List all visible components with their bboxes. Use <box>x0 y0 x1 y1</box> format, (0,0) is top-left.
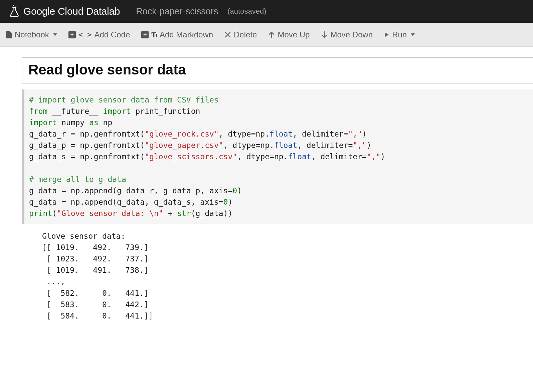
brand-text: Google Cloud Datalab <box>23 6 120 17</box>
flask-icon <box>9 4 19 18</box>
app-header: Google Cloud Datalab Rock-paper-scissors… <box>0 0 533 23</box>
svg-point-1 <box>15 6 16 7</box>
close-icon <box>224 31 231 38</box>
notebook-icon <box>6 31 12 38</box>
notebook-title[interactable]: Rock-paper-scissors <box>136 6 218 17</box>
arrow-up-icon <box>268 31 275 38</box>
add-code-label: Add Code <box>95 30 130 39</box>
move-up-label: Move Up <box>278 30 310 39</box>
autosaved-label: (autosaved) <box>227 7 266 16</box>
text-icon: TT <box>151 30 157 39</box>
delete-label: Delete <box>234 30 257 39</box>
notebook-content: Read glove sensor data # import glove se… <box>0 47 533 335</box>
add-markdown-button[interactable]: + TT Add Markdown <box>141 30 213 39</box>
code-cell[interactable]: # import glove sensor data from CSV file… <box>22 89 533 224</box>
notebook-menu-label: Notebook <box>15 30 49 39</box>
move-down-button[interactable]: Move Down <box>321 30 373 39</box>
svg-point-0 <box>13 5 14 6</box>
delete-button[interactable]: Delete <box>224 30 257 39</box>
markdown-heading: Read glove sensor data <box>28 62 527 78</box>
brand-light: Cloud Datalab <box>55 6 120 17</box>
chevron-down-icon <box>53 33 57 36</box>
output-cell: Glove sensor data: [[ 1019. 492. 739.] [… <box>22 224 533 321</box>
toolbar: Notebook + < > Add Code + TT Add Markdow… <box>0 23 533 47</box>
notebook-menu-button[interactable]: Notebook <box>6 30 57 39</box>
run-button[interactable]: Run <box>384 30 415 39</box>
move-up-button[interactable]: Move Up <box>268 30 310 39</box>
add-code-button[interactable]: + < > Add Code <box>68 30 130 39</box>
run-label: Run <box>392 30 407 39</box>
arrow-down-icon <box>321 31 328 38</box>
chevron-down-icon <box>411 33 415 36</box>
brand-logo: Google Cloud Datalab <box>9 4 120 18</box>
plus-icon: + <box>141 31 149 38</box>
brand-strong: Google <box>23 6 55 17</box>
markdown-cell[interactable]: Read glove sensor data <box>22 57 533 83</box>
add-markdown-label: Add Markdown <box>160 30 213 39</box>
play-icon <box>384 32 389 38</box>
code-icon: < > <box>78 30 92 39</box>
move-down-label: Move Down <box>330 30 373 39</box>
plus-icon: + <box>68 31 76 38</box>
